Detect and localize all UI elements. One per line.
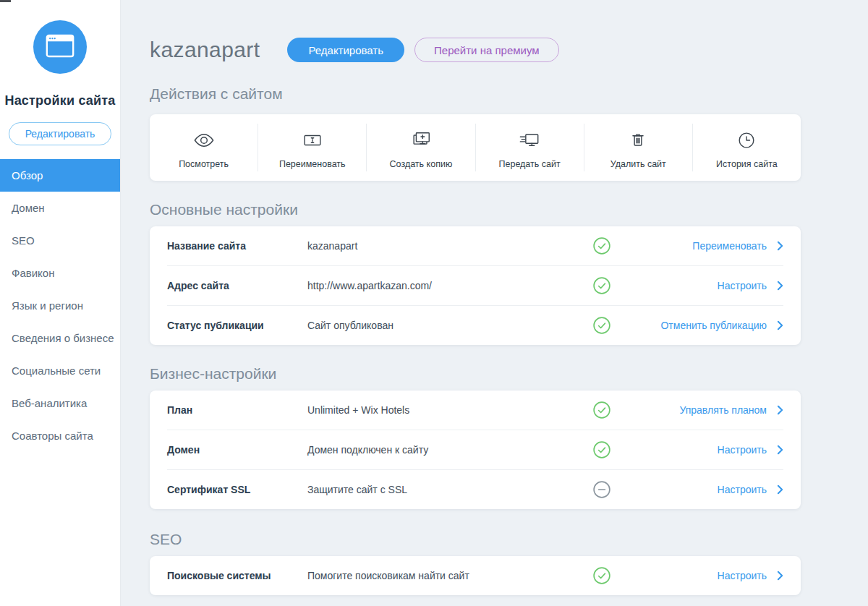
settings-section: Бизнес-настройки План Unlimited + Wix Ho…	[150, 365, 868, 509]
sidebar-item-label: Домен	[12, 202, 45, 214]
action-item-label: Посмотреть	[179, 159, 229, 169]
sidebar-item-label: Обзор	[12, 169, 43, 182]
setting-label: План	[167, 404, 307, 416]
setting-label: Сертификат SSL	[167, 484, 307, 495]
setting-label: Адрес сайта	[167, 280, 307, 291]
transfer-site-icon	[519, 129, 540, 151]
sidebar-item-seo[interactable]: SEO	[0, 224, 120, 257]
search-engines-action-link[interactable]: Настроить	[614, 570, 783, 581]
setting-action-label: Переименовать	[692, 240, 767, 252]
site-address-action-link[interactable]: Настроить	[614, 280, 783, 291]
action-rename[interactable]: Переименовать	[258, 114, 366, 181]
row-search-engines: Поисковые системы Помогите поисковикам н…	[167, 556, 783, 595]
setting-value: Домен подключен к сайту	[307, 444, 592, 456]
check-circle-icon	[592, 236, 614, 255]
settings-section: Основные настройки Название сайта kazana…	[150, 201, 868, 345]
check-circle-icon	[592, 566, 614, 585]
sidebar-item-overview[interactable]: Обзор	[0, 159, 120, 192]
check-circle-icon	[592, 316, 614, 335]
ssl-certificate-action-link[interactable]: Настроить	[614, 484, 783, 495]
site-name-action-link[interactable]: Переименовать	[614, 240, 783, 252]
upgrade-premium-button[interactable]: Перейти на премиум	[414, 38, 559, 62]
chevron-right-icon	[777, 445, 783, 455]
action-transfer[interactable]: Передать сайт	[476, 114, 584, 181]
setting-label: Домен	[167, 444, 307, 456]
sidebar-item-social-networks[interactable]: Социальные сети	[0, 354, 120, 387]
row-ssl-certificate: Сертификат SSL Защитите сайт с SSL Настр…	[167, 469, 783, 509]
check-circle-icon	[592, 276, 614, 295]
site-actions-card: Посмотреть Переименовать Создать копию П…	[150, 114, 801, 181]
sidebar-item-label: Веб-аналитика	[12, 397, 87, 409]
setting-value: Unlimited + Wix Hotels	[307, 404, 592, 416]
edit-site-button[interactable]: Редактировать	[287, 38, 404, 62]
setting-action-label: Настроить	[718, 484, 767, 495]
setting-action-label: Настроить	[718, 570, 767, 581]
action-history[interactable]: История сайта	[693, 114, 801, 181]
action-view[interactable]: Посмотреть	[150, 114, 258, 181]
business-settings-card: План Unlimited + Wix Hotels Управлять пл…	[150, 391, 801, 509]
sidebar-menu: Обзор Домен SEO Фавикон Язык и регион Св…	[0, 159, 120, 452]
sidebar-item-label: SEO	[12, 234, 35, 247]
chevron-right-icon	[777, 320, 783, 330]
setting-action-label: Настроить	[718, 280, 767, 291]
trash-icon	[627, 129, 649, 151]
setting-action-label: Настроить	[718, 444, 767, 456]
setting-action-label: Отменить публикацию	[660, 320, 767, 331]
action-duplicate[interactable]: Создать копию	[367, 114, 475, 181]
sidebar: Настройки сайта Редактировать Обзор Доме…	[0, 0, 121, 606]
settings-sections: Основные настройки Название сайта kazana…	[150, 201, 868, 595]
action-item-label: Передать сайт	[499, 159, 561, 169]
chevron-right-icon	[777, 405, 783, 415]
row-domain: Домен Домен подключен к сайту Настроить	[167, 430, 783, 469]
domain-action-link[interactable]: Настроить	[614, 444, 783, 456]
action-item-label: Переименовать	[279, 159, 346, 169]
check-circle-icon	[592, 401, 614, 419]
sidebar-item-business-info[interactable]: Сведения о бизнесе	[0, 322, 120, 354]
general-settings-card: Название сайта kazanapart Переименовать …	[150, 226, 801, 345]
setting-value: http://www.apartkazan.com/	[307, 280, 592, 291]
setting-label: Статус публикации	[167, 320, 307, 331]
setting-value: Помогите поисковикам найти сайт	[307, 570, 592, 581]
sidebar-item-label: Фавикон	[12, 267, 54, 279]
rename-icon	[302, 129, 323, 151]
sidebar-item-language-region[interactable]: Язык и регион	[0, 289, 120, 322]
duplicate-site-icon	[410, 129, 432, 151]
action-delete[interactable]: Удалить сайт	[584, 114, 692, 181]
chevron-right-icon	[777, 485, 783, 495]
row-publish-status: Статус публикации Сайт опубликован Отмен…	[167, 305, 783, 345]
setting-value: kazanapart	[307, 240, 592, 252]
row-plan: План Unlimited + Wix Hotels Управлять пл…	[167, 391, 783, 430]
sidebar-item-label: Сведения о бизнесе	[12, 332, 114, 344]
sidebar-item-site-collaborators[interactable]: Соавторы сайта	[0, 419, 120, 452]
sidebar-item-favicon[interactable]: Фавикон	[0, 257, 120, 289]
browser-window-icon	[46, 34, 75, 61]
setting-value: Сайт опубликован	[307, 320, 592, 331]
sidebar-item-domain[interactable]: Домен	[0, 192, 120, 224]
publish-status-action-link[interactable]: Отменить публикацию	[614, 320, 783, 331]
general-section-title: Основные настройки	[150, 201, 868, 218]
action-item-label: Создать копию	[390, 159, 453, 169]
plan-action-link[interactable]: Управлять планом	[614, 404, 783, 416]
actions-section-title: Действия с сайтом	[150, 85, 868, 103]
sidebar-item-web-analytics[interactable]: Веб-аналитика	[0, 387, 120, 419]
sidebar-item-label: Соавторы сайта	[12, 430, 93, 442]
seo-settings-card: Поисковые системы Помогите поисковикам н…	[150, 556, 801, 595]
row-site-address: Адрес сайта http://www.apartkazan.com/ Н…	[167, 265, 783, 305]
minus-circle-icon	[592, 480, 614, 499]
action-item-label: Удалить сайт	[610, 159, 666, 169]
sidebar-edit-button[interactable]: Редактировать	[9, 122, 111, 145]
chevron-right-icon	[777, 571, 783, 581]
page-header: kazanapart Редактировать Перейти на прем…	[150, 35, 868, 64]
action-item-label: История сайта	[716, 159, 778, 169]
screen-corner-artifact	[0, 0, 11, 2]
app-logo	[33, 20, 87, 74]
chevron-right-icon	[777, 281, 783, 291]
business-section-title: Бизнес-настройки	[150, 365, 868, 383]
setting-value: Защитите сайт с SSL	[307, 484, 592, 495]
chevron-right-icon	[777, 241, 783, 251]
history-clock-icon	[736, 129, 757, 151]
main-content: kazanapart Редактировать Перейти на прем…	[121, 0, 868, 606]
site-settings-app: Настройки сайта Редактировать Обзор Доме…	[0, 0, 868, 606]
settings-section: SEO Поисковые системы Помогите поисковик…	[150, 531, 868, 595]
check-circle-icon	[592, 440, 614, 459]
